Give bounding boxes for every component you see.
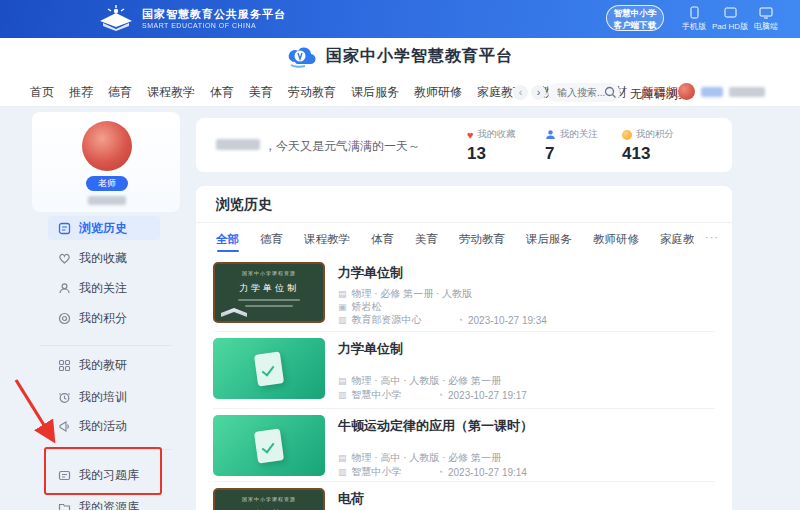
user-avatar-large[interactable] bbox=[82, 121, 132, 171]
tabs-more-icon[interactable]: ··· bbox=[705, 231, 719, 243]
points-icon bbox=[58, 312, 71, 325]
nav-item-home[interactable]: 首页 bbox=[30, 84, 54, 101]
cloud-logo-icon bbox=[287, 44, 317, 68]
nav-item-moral[interactable]: 德育 bbox=[108, 84, 132, 101]
tab-moral[interactable]: 德育 bbox=[260, 232, 283, 247]
coin-icon bbox=[622, 130, 632, 140]
time-icon: ◔ bbox=[458, 315, 463, 325]
sidebar-item-training[interactable]: 我的培训 bbox=[58, 386, 178, 408]
folder-icon bbox=[58, 501, 71, 510]
heart-icon: ♥ bbox=[467, 130, 474, 140]
tablet-icon bbox=[724, 6, 737, 19]
tab-all[interactable]: 全部 bbox=[216, 232, 239, 247]
category-icon: ▤ bbox=[338, 289, 347, 299]
stat-following[interactable]: 我的关注 7 bbox=[545, 128, 615, 164]
history-row[interactable]: 牛顿运动定律的应用（第一课时） ▤物理 · 高中 · 人教版 · 必修 第一册 … bbox=[196, 408, 732, 485]
tab-afterschool[interactable]: 课后服务 bbox=[526, 232, 572, 247]
sidebar-item-research[interactable]: 我的教研 bbox=[58, 354, 178, 376]
nav-item-course[interactable]: 课程教学 bbox=[147, 84, 195, 101]
banner-subtitle: SMART EDUCATION OF CHINA bbox=[142, 22, 286, 29]
sidebar-item-browse-history[interactable]: 浏览历史 bbox=[58, 217, 178, 239]
browse-history-title: 浏览历史 bbox=[216, 196, 272, 214]
item-thumbnail-clipboard[interactable] bbox=[213, 415, 325, 476]
item-thumbnail-chalkboard[interactable]: 国家中小学课程资源 力学单位制 bbox=[213, 262, 325, 323]
item-title[interactable]: 力学单位制 bbox=[338, 340, 403, 358]
greeting-message: ，今天又是元气满满的一天～ bbox=[264, 138, 420, 155]
redacted-user-name bbox=[729, 87, 765, 97]
history-row[interactable]: 力学单位制 ▤物理 · 高中 · 人教版 · 必修 第一册 ▥智慧中小学◔202… bbox=[196, 331, 732, 408]
page: 国家智慧教育公共服务平台 SMART EDUCATION OF CHINA 智慧… bbox=[0, 0, 800, 510]
annotation-highlight-box bbox=[44, 447, 162, 495]
nav-item-recommend[interactable]: 推荐 bbox=[69, 84, 93, 101]
role-badge: 老师 bbox=[86, 176, 128, 191]
time-icon: ◔ bbox=[438, 467, 443, 477]
stat-favorites[interactable]: ♥我的收藏 13 bbox=[467, 128, 537, 164]
stat-points[interactable]: 我的积分 413 bbox=[622, 128, 692, 164]
phone-icon bbox=[690, 6, 699, 19]
book-logo-icon bbox=[98, 5, 134, 31]
tab-labor[interactable]: 劳动教育 bbox=[459, 232, 505, 247]
item-thumbnail-clipboard[interactable] bbox=[213, 338, 325, 399]
research-icon bbox=[58, 359, 71, 372]
sidebar-item-resource-bank[interactable]: 我的资源库 bbox=[58, 496, 178, 510]
person-icon bbox=[58, 282, 71, 295]
monitor-icon bbox=[759, 6, 773, 19]
item-thumbnail-chalkboard[interactable]: 国家中小学课程资源 电 荷 bbox=[213, 488, 325, 510]
clipboard-icon bbox=[254, 351, 284, 386]
redacted-greeting-name bbox=[216, 139, 260, 150]
tab-art[interactable]: 美育 bbox=[415, 232, 438, 247]
user-avatar-small[interactable] bbox=[678, 83, 695, 100]
nav-item-afterschool[interactable]: 课后服务 bbox=[351, 84, 399, 101]
nav-item-teacher-training[interactable]: 教师研修 bbox=[414, 84, 462, 101]
item-title[interactable]: 牛顿运动定律的应用（第一课时） bbox=[338, 417, 533, 435]
time-icon: ◔ bbox=[438, 390, 443, 400]
item-title[interactable]: 力学单位制 bbox=[338, 264, 403, 282]
heart-icon bbox=[58, 252, 71, 265]
history-row[interactable]: 国家中小学课程资源 力学单位制 力学单位制 ▤物理 · 必修 第一册 · 人教版… bbox=[196, 255, 732, 332]
tab-course[interactable]: 课程教学 bbox=[304, 232, 350, 247]
nav-scroll-prev-icon[interactable]: ‹ bbox=[513, 85, 528, 100]
redacted-profile-name bbox=[88, 196, 126, 205]
active-tab-underline bbox=[217, 250, 239, 252]
sidebar-item-points[interactable]: 我的积分 bbox=[58, 307, 178, 329]
tab-pe[interactable]: 体育 bbox=[371, 232, 394, 247]
source-icon: ▥ bbox=[338, 467, 347, 477]
nav-item-pe[interactable]: 体育 bbox=[210, 84, 234, 101]
item-title[interactable]: 电荷 bbox=[338, 490, 364, 508]
category-icon: ▤ bbox=[338, 376, 347, 386]
client-desktop[interactable]: 电脑端 bbox=[744, 6, 788, 32]
nav-scroll-next-icon[interactable]: › bbox=[531, 85, 546, 100]
history-icon bbox=[58, 222, 71, 235]
history-row[interactable]: 国家中小学课程资源 电 荷 电荷 bbox=[196, 481, 732, 510]
clipboard-icon bbox=[254, 428, 284, 463]
nav-item-labor[interactable]: 劳动教育 bbox=[288, 84, 336, 101]
book-illustration bbox=[221, 308, 247, 317]
stat-following-value: 7 bbox=[545, 144, 615, 164]
redacted-user-tag bbox=[701, 87, 723, 97]
history-tabs: 全部 德育 课程教学 体育 美育 劳动教育 课后服务 教师研修 家庭教育 教改经… bbox=[216, 232, 694, 247]
banner-title: 国家智慧教育公共服务平台 bbox=[142, 7, 286, 22]
category-icon: ▤ bbox=[338, 453, 347, 463]
gov-logo[interactable]: 国家智慧教育公共服务平台 SMART EDUCATION OF CHINA bbox=[98, 5, 286, 31]
source-icon: ▥ bbox=[338, 315, 347, 325]
client-download-button[interactable]: 智慧中小学 客户端下载 bbox=[606, 5, 664, 31]
sidebar-item-activities[interactable]: 我的活动 bbox=[58, 415, 178, 437]
nav-item-art[interactable]: 美育 bbox=[249, 84, 273, 101]
divider bbox=[196, 222, 732, 223]
source-icon: ▥ bbox=[338, 390, 347, 400]
megaphone-icon bbox=[58, 420, 71, 433]
tab-teacher-training[interactable]: 教师研修 bbox=[593, 232, 639, 247]
person-icon bbox=[545, 129, 556, 140]
site-title: 国家中小学智慧教育平台 bbox=[326, 46, 513, 67]
sidebar-divider bbox=[40, 345, 172, 346]
site-logo[interactable]: 国家中小学智慧教育平台 bbox=[0, 44, 800, 72]
stat-points-value: 413 bbox=[622, 144, 692, 164]
tab-family[interactable]: 家庭教育 bbox=[660, 232, 694, 247]
sidebar-item-favorites[interactable]: 我的收藏 bbox=[58, 247, 178, 269]
search-icon[interactable] bbox=[604, 86, 617, 99]
sidebar-item-following[interactable]: 我的关注 bbox=[58, 277, 178, 299]
stat-favorites-value: 13 bbox=[467, 144, 537, 164]
training-icon bbox=[58, 391, 71, 404]
author-icon: ▣ bbox=[338, 302, 347, 312]
